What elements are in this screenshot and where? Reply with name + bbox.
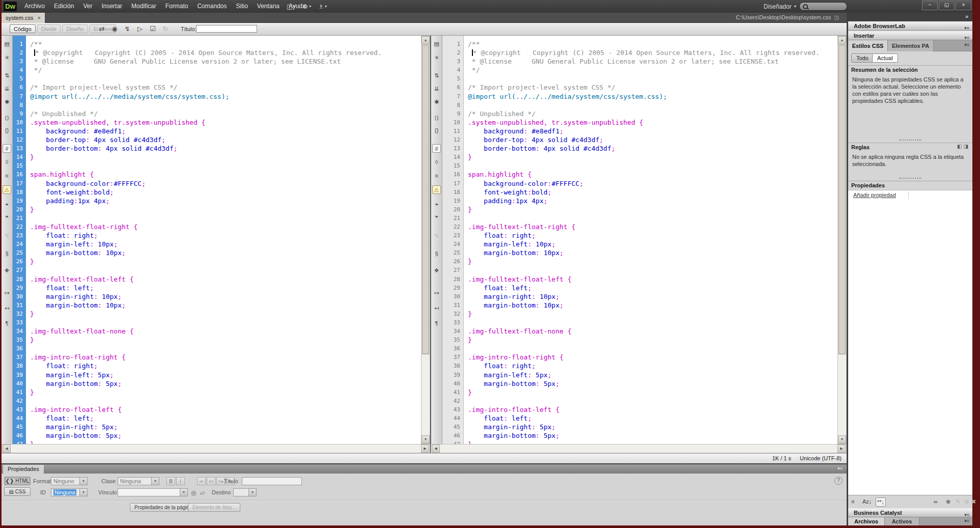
code-line-20[interactable]: } (30, 205, 421, 214)
info-bars-icon[interactable]: ≡ (3, 172, 11, 180)
check-browser-compatibility-icon[interactable]: ☑ (148, 24, 157, 34)
code-line-46[interactable]: margin-bottom: 5px; (30, 431, 421, 440)
apply-comment-icon[interactable]: ❝ (432, 201, 441, 210)
panel-menu-icon[interactable]: ▾≡ (964, 518, 969, 523)
document-title-input[interactable] (196, 25, 257, 33)
scrollbar-thumb[interactable] (422, 45, 429, 354)
code-line-1[interactable]: /** (30, 40, 421, 48)
point-to-file-icon[interactable]: ◎ (191, 489, 196, 496)
help-icon[interactable]: ? (834, 477, 843, 485)
scroll-right-icon[interactable]: ▶ (837, 444, 846, 453)
code-line-25[interactable]: margin-bottom: 10px; (30, 248, 421, 257)
code-line-7[interactable]: @import url(../../../media/system/css/sy… (30, 92, 421, 101)
code-line-10[interactable]: .system-unpublished, tr.system-unpublish… (30, 118, 421, 127)
code-line-27[interactable] (30, 266, 421, 274)
scroll-up-icon[interactable]: ▲ (422, 36, 430, 44)
code-line-47[interactable]: } (468, 440, 837, 444)
code-line-18[interactable]: font-weight:bold; (468, 188, 837, 197)
collapse-selection-icon[interactable]: ⇊ (432, 85, 441, 93)
class-select[interactable]: Ninguna▼ (118, 477, 159, 485)
code-line-28[interactable]: .img-fulltext-float-left { (468, 275, 837, 284)
menu-comandos[interactable]: Comandos (192, 0, 231, 13)
code-line-43[interactable]: .img-intro-float-left { (468, 405, 837, 414)
code-line-12[interactable]: border-top: 4px solid #c4d3df; (30, 135, 421, 144)
code-line-33[interactable] (30, 318, 421, 327)
vertical-scrollbar-left[interactable]: ▲ ▼ (421, 36, 430, 444)
view-button-código[interactable]: Código (10, 24, 36, 33)
tab-system-css[interactable]: system.css× (2, 13, 45, 23)
validate-markup-icon[interactable]: ↯ (123, 24, 132, 34)
vertical-scrollbar-right[interactable]: ▲ ▼ (837, 36, 847, 444)
id-select[interactable]: Ninguna▼ (51, 488, 88, 496)
code-line-19[interactable]: padding:1px 4px; (468, 197, 837, 205)
close-button[interactable]: × (956, 1, 971, 10)
code-line-25[interactable]: margin-bottom: 10px; (468, 248, 837, 257)
css-mode-button[interactable]: ▤ CSS (4, 487, 31, 496)
code-editor-left[interactable]: /** * @copyright Copyright (C) 2005 - 20… (26, 36, 421, 444)
code-line-21[interactable] (30, 214, 421, 223)
menu-modificar[interactable]: Modificar (127, 0, 161, 13)
panel-business-catalyst[interactable]: Business Catalyst ▾≡ (848, 508, 972, 517)
move-css-rule-icon[interactable]: ❖ (3, 266, 11, 275)
minimize-button[interactable]: − (922, 1, 938, 10)
rules-pane-view-icons[interactable]: ◧◨ (957, 144, 970, 149)
code-line-43[interactable]: .img-intro-float-left { (30, 405, 421, 414)
recent-snippets-icon[interactable]: § (3, 249, 11, 258)
code-line-8[interactable] (468, 101, 837, 109)
menu-ver[interactable]: Ver (78, 0, 97, 13)
remove-comment-icon[interactable]: ❞ (3, 214, 11, 223)
code-line-32[interactable]: } (468, 310, 837, 318)
code-line-17[interactable]: background-color:#FFFFCC; (30, 179, 421, 188)
search-input[interactable] (799, 2, 847, 11)
open-documents-icon[interactable]: ▤ (3, 40, 11, 48)
code-line-13[interactable]: border-bottom: 4px solid #c4d3df; (468, 144, 837, 153)
code-line-9[interactable]: /* Unpublished */ (30, 109, 421, 118)
select-parent-tag-icon[interactable]: ⟨⟩ (432, 114, 441, 122)
code-line-39[interactable]: margin-left: 5px; (30, 371, 421, 379)
unordered-list-icon[interactable]: •≡ (197, 477, 206, 485)
code-line-8[interactable] (30, 101, 421, 109)
code-line-38[interactable]: float: right; (468, 362, 837, 370)
code-line-30[interactable]: margin-right: 10px; (30, 292, 421, 301)
code-line-24[interactable]: margin-left: 10px; (468, 240, 837, 248)
code-line-4[interactable]: */ (468, 66, 837, 74)
tab-estilos-css[interactable]: Estilos CSS (848, 40, 888, 51)
balance-braces-icon[interactable]: {} (432, 126, 441, 135)
properties-tab[interactable]: Propiedades (3, 465, 44, 474)
code-line-9[interactable]: /* Unpublished */ (468, 109, 837, 118)
code-line-27[interactable] (468, 266, 837, 274)
scroll-down-icon[interactable]: ▼ (422, 435, 430, 443)
apply-comment-icon[interactable]: ❝ (3, 201, 11, 210)
menu-insertar[interactable]: Insertar (97, 0, 127, 13)
code-line-23[interactable]: float: right; (30, 231, 421, 240)
code-line-41[interactable]: } (30, 388, 421, 397)
browse-folder-icon[interactable]: ▱ (200, 489, 205, 496)
syntax-error-alerts-icon[interactable]: ⚠ (3, 185, 11, 194)
code-line-32[interactable]: } (30, 310, 421, 318)
code-line-44[interactable]: float: left; (30, 414, 421, 423)
code-line-20[interactable]: } (468, 205, 837, 214)
code-line-2[interactable]: * @copyright Copyright (C) 2005 - 2014 O… (30, 48, 421, 57)
code-line-28[interactable]: .img-fulltext-float-left { (30, 275, 421, 284)
code-line-34[interactable]: .img-fulltext-float-none { (468, 327, 837, 336)
move-css-rule-icon[interactable]: ❖ (432, 266, 441, 275)
code-line-22[interactable]: .img-fulltext-float-right { (468, 223, 837, 231)
code-line-45[interactable]: margin-right: 5px; (30, 423, 421, 431)
select-parent-tag-icon[interactable]: ⟨⟩ (3, 114, 11, 122)
outdent-code-icon[interactable]: ↤ (3, 304, 11, 313)
panel-adobe-browserlab[interactable]: Adobe BrowserLab ▾≡ (848, 21, 972, 31)
category-view-icon[interactable]: ≡ (851, 497, 854, 506)
scroll-right-icon[interactable]: ▶ (421, 444, 429, 453)
collapse-full-tag-icon[interactable]: ⇅ (3, 71, 11, 80)
extensions-gear-icon[interactable]: ⚙▾ (302, 2, 311, 11)
html-mode-button[interactable]: ❮❯ HTML (4, 477, 31, 485)
syntax-error-alerts-icon[interactable]: ⚠ (432, 185, 441, 194)
restore-button[interactable]: ◱ (939, 1, 955, 10)
code-line-26[interactable]: } (468, 257, 837, 266)
code-line-40[interactable]: margin-bottom: 5px; (468, 379, 837, 388)
code-line-24[interactable]: margin-left: 10px; (30, 240, 421, 248)
link-select[interactable]: ▼ (118, 488, 188, 496)
site-menu-icon[interactable]: ♗▾ (318, 2, 327, 11)
horizontal-scrollbar-right[interactable]: ◀ ▶ (431, 444, 847, 453)
code-line-12[interactable]: border-top: 4px solid #c4d3df; (468, 135, 837, 144)
